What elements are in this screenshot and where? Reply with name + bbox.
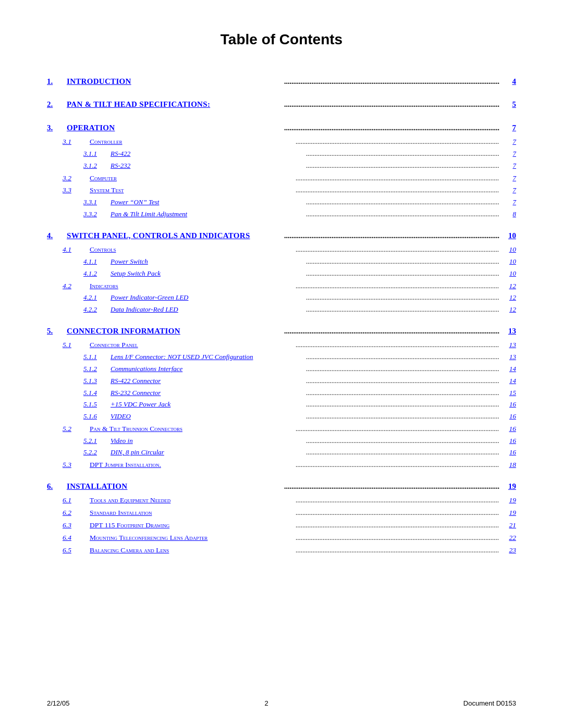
toc-page[interactable]: 13	[501, 352, 516, 363]
toc-page[interactable]: 18	[501, 459, 516, 471]
toc-page[interactable]: 19	[501, 495, 516, 506]
toc-item[interactable]: 4.1.2Setup Switch Pack10	[47, 268, 516, 279]
toc-label[interactable]: Lens I/F Connector: NOT USED JVC Configu…	[111, 352, 304, 363]
toc-label[interactable]: RS-422	[111, 149, 304, 159]
toc-label[interactable]: Power Indicator-Green LED	[111, 292, 304, 303]
toc-page[interactable]: 7	[501, 161, 516, 171]
toc-item[interactable]: 2.PAN & TILT HEAD SPECIFICATIONS:5	[47, 98, 516, 110]
toc-item[interactable]: 6.4Mounting Teleconferencing Lens Adapte…	[47, 532, 516, 544]
toc-label[interactable]: Power “ON” Test	[111, 197, 304, 208]
toc-page[interactable]: 13	[501, 325, 516, 337]
toc-label[interactable]: SWITCH PANEL, CONTROLS AND INDICATORS	[67, 229, 282, 242]
toc-label[interactable]: Controls	[90, 244, 293, 255]
toc-item[interactable]: 5.3DPT Jumper Installation.18	[47, 459, 516, 471]
toc-page[interactable]: 4	[501, 75, 516, 88]
toc-page[interactable]: 7	[501, 136, 516, 147]
toc-item[interactable]: 3.3.2Pan & Tilt Limit Adjustment8	[47, 209, 516, 220]
toc-label[interactable]: Pan & Tilt Limit Adjustment	[111, 209, 304, 220]
toc-page[interactable]: 15	[501, 388, 516, 399]
toc-label[interactable]: RS-422 Connector	[111, 376, 304, 387]
toc-page[interactable]: 16	[501, 436, 516, 447]
toc-page[interactable]: 8	[501, 209, 516, 220]
toc-item[interactable]: 5.1.4RS-232 Connector15	[47, 388, 516, 399]
toc-label[interactable]: Balancing Camera and Lens	[90, 545, 293, 556]
toc-page[interactable]: 5	[501, 98, 516, 110]
toc-page[interactable]: 16	[501, 399, 516, 410]
toc-label[interactable]: Power Switch	[111, 256, 304, 267]
toc-page[interactable]: 16	[501, 411, 516, 422]
toc-label[interactable]: RS-232	[111, 161, 304, 171]
toc-label[interactable]: DPT 115 Footprint Drawing	[90, 520, 293, 531]
toc-item[interactable]: 1.INTRODUCTION4	[47, 75, 516, 88]
toc-page[interactable]: 7	[501, 149, 516, 159]
toc-item[interactable]: 4.2.1Power Indicator-Green LED12	[47, 292, 516, 303]
toc-item[interactable]: 4.1.1Power Switch10	[47, 256, 516, 267]
toc-item[interactable]: 5.1.5+15 VDC Power Jack16	[47, 399, 516, 410]
toc-page[interactable]: 12	[501, 292, 516, 303]
toc-label[interactable]: DIN, 8 pin Circular	[111, 447, 304, 458]
toc-item[interactable]: 6.3DPT 115 Footprint Drawing21	[47, 520, 516, 531]
toc-item[interactable]: 5.1.6VIDEO16	[47, 411, 516, 422]
toc-item[interactable]: 5.1.2Communications Interface14	[47, 364, 516, 375]
toc-item[interactable]: 5.2.2DIN, 8 pin Circular16	[47, 447, 516, 458]
toc-page[interactable]: 21	[501, 520, 516, 531]
toc-label[interactable]: Computer	[90, 172, 293, 184]
toc-label[interactable]: Mounting Teleconferencing Lens Adapter	[90, 532, 293, 544]
toc-label[interactable]: Communications Interface	[111, 364, 304, 375]
toc-label[interactable]: Video in	[111, 436, 304, 447]
toc-item[interactable]: 5.2.1Video in16	[47, 436, 516, 447]
toc-page[interactable]: 10	[501, 268, 516, 279]
toc-item[interactable]: 3.OPERATION7	[47, 121, 516, 134]
toc-label[interactable]: Data Indicator-Red LED	[111, 304, 304, 315]
toc-page[interactable]: 23	[501, 545, 516, 556]
toc-label[interactable]: Setup Switch Pack	[111, 268, 304, 279]
toc-item[interactable]: 3.1Controller7	[47, 136, 516, 147]
toc-page[interactable]: 16	[501, 447, 516, 458]
toc-label[interactable]: PAN & TILT HEAD SPECIFICATIONS:	[67, 98, 282, 110]
toc-page[interactable]: 19	[501, 507, 516, 519]
toc-page[interactable]: 12	[501, 304, 516, 315]
toc-item[interactable]: 6.INSTALLATION19	[47, 480, 516, 492]
toc-label[interactable]: RS-232 Connector	[111, 388, 304, 399]
toc-item[interactable]: 6.2Standard Installation19	[47, 507, 516, 519]
toc-item[interactable]: 5.CONNECTOR INFORMATION13	[47, 325, 516, 337]
toc-item[interactable]: 4.2Indicators12	[47, 280, 516, 292]
toc-label[interactable]: INSTALLATION	[67, 480, 282, 492]
toc-item[interactable]: 5.1Connector Panel13	[47, 339, 516, 351]
toc-label[interactable]: Standard Installation	[90, 507, 293, 519]
toc-item[interactable]: 6.1Tools and Equipment Needed19	[47, 495, 516, 506]
toc-item[interactable]: 5.1.3RS-422 Connector14	[47, 376, 516, 387]
toc-label[interactable]: Pan & Tilt Trunnion Connectors	[90, 423, 293, 435]
toc-item[interactable]: 5.1.1Lens I/F Connector: NOT USED JVC Co…	[47, 352, 516, 363]
toc-item[interactable]: 3.1.2RS-2327	[47, 161, 516, 171]
toc-page[interactable]: 7	[501, 172, 516, 184]
toc-page[interactable]: 16	[501, 423, 516, 435]
toc-label[interactable]: +15 VDC Power Jack	[111, 399, 304, 410]
toc-item[interactable]: 4.1Controls10	[47, 244, 516, 255]
toc-page[interactable]: 7	[501, 184, 516, 196]
toc-item[interactable]: 5.2Pan & Tilt Trunnion Connectors16	[47, 423, 516, 435]
toc-page[interactable]: 14	[501, 376, 516, 387]
toc-page[interactable]: 19	[501, 480, 516, 492]
toc-item[interactable]: 3.1.1RS-4227	[47, 149, 516, 159]
toc-label[interactable]: CONNECTOR INFORMATION	[67, 325, 282, 337]
toc-item[interactable]: 4.SWITCH PANEL, CONTROLS AND INDICATORS1…	[47, 229, 516, 242]
toc-page[interactable]: 22	[501, 532, 516, 544]
toc-page[interactable]: 13	[501, 339, 516, 351]
toc-item[interactable]: 3.3System Test7	[47, 184, 516, 196]
toc-label[interactable]: Tools and Equipment Needed	[90, 495, 293, 506]
toc-label[interactable]: Controller	[90, 136, 293, 147]
toc-page[interactable]: 7	[501, 197, 516, 208]
toc-page[interactable]: 10	[501, 229, 516, 242]
toc-item[interactable]: 3.3.1Power “ON” Test7	[47, 197, 516, 208]
toc-page[interactable]: 10	[501, 256, 516, 267]
toc-item[interactable]: 3.2Computer7	[47, 172, 516, 184]
toc-label[interactable]: DPT Jumper Installation.	[90, 459, 293, 471]
toc-label[interactable]: Connector Panel	[90, 339, 293, 351]
toc-label[interactable]: System Test	[90, 184, 293, 196]
toc-item[interactable]: 4.2.2Data Indicator-Red LED12	[47, 304, 516, 315]
toc-label[interactable]: INTRODUCTION	[67, 75, 282, 88]
toc-label[interactable]: OPERATION	[67, 121, 282, 134]
toc-item[interactable]: 6.5Balancing Camera and Lens23	[47, 545, 516, 556]
toc-page[interactable]: 10	[501, 244, 516, 255]
